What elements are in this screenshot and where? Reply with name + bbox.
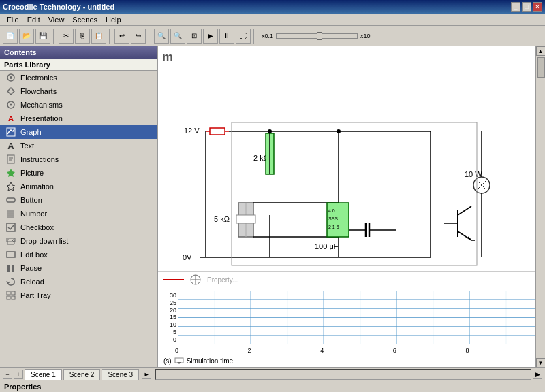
- sidebar-item-label: Instructions: [20, 155, 59, 163]
- scene-scrollbar[interactable]: [155, 369, 531, 380]
- sidebar-item-mechanisms[interactable]: Mechanisms: [0, 98, 157, 112]
- menu-help[interactable]: Help: [102, 14, 125, 25]
- properties-label: Properties: [4, 382, 41, 391]
- sidebar-item-animation[interactable]: Animation: [0, 180, 157, 193]
- reload-icon: [5, 276, 16, 287]
- scroll-up-button[interactable]: ▲: [536, 46, 546, 56]
- y-label-10: 10: [162, 321, 176, 328]
- scene-prev-button[interactable]: −: [3, 370, 12, 379]
- editbox-icon: [5, 249, 16, 260]
- x-axis-unit: (s): [164, 357, 172, 365]
- x-axis-title: Simulation time: [187, 357, 233, 365]
- pause-icon: [5, 263, 16, 274]
- text-icon: A: [5, 140, 16, 151]
- svg-marker-11: [7, 182, 15, 191]
- svg-rect-17: [7, 223, 15, 231]
- sidebar-item-label: Flowcharts: [20, 87, 57, 95]
- scene-add-button[interactable]: +: [14, 370, 23, 379]
- sidebar-item-reload[interactable]: Reload: [0, 275, 157, 289]
- x-label-0: 0: [175, 347, 178, 354]
- dropdown-icon: [5, 235, 16, 246]
- sidebar-item-graph[interactable]: Graph: [0, 125, 157, 139]
- menu-file[interactable]: File: [3, 14, 23, 25]
- legend-line: [164, 275, 184, 284]
- presentation-icon: A: [5, 113, 16, 124]
- vertical-scrollbar[interactable]: ▲ ▼: [535, 46, 545, 368]
- undo-button[interactable]: ↩: [114, 29, 129, 44]
- sidebar-item-flowcharts[interactable]: Flowcharts: [0, 84, 157, 98]
- button-icon: [5, 195, 16, 206]
- sidebar-item-pause[interactable]: Pause: [0, 261, 157, 275]
- close-button[interactable]: ×: [533, 2, 542, 12]
- scene-tab-1[interactable]: Scene 1: [25, 369, 62, 380]
- dropdown-icon-graph[interactable]: [174, 356, 184, 365]
- scene-tab-3[interactable]: Scene 3: [102, 369, 139, 380]
- parts-library-header: Parts Library: [0, 59, 157, 71]
- svg-line-65: [458, 206, 471, 215]
- sidebar-item-button[interactable]: Button: [0, 193, 157, 207]
- graph-plot: 30 25 20 15 10 5 0: [158, 288, 545, 347]
- svg-text:SSS: SSS: [328, 216, 338, 221]
- redo-button[interactable]: ↪: [131, 29, 146, 44]
- crosshair-icon: [189, 274, 202, 286]
- scroll-down-button[interactable]: ▼: [536, 358, 546, 368]
- graph-grid-container[interactable]: [178, 291, 542, 344]
- sidebar-item-number[interactable]: Number: [0, 207, 157, 220]
- x-label-8: 8: [465, 347, 469, 354]
- y-label-30: 30: [162, 292, 176, 299]
- maximize-button[interactable]: □: [522, 2, 531, 12]
- menu-scenes[interactable]: Scenes: [68, 14, 102, 25]
- pause-button[interactable]: ⏸: [219, 29, 234, 44]
- menu-edit[interactable]: Edit: [23, 14, 44, 25]
- scene-tab-2[interactable]: Scene 2: [63, 369, 101, 380]
- speed-thumb[interactable]: [317, 32, 322, 40]
- sidebar-item-picture[interactable]: Picture: [0, 166, 157, 180]
- save-button[interactable]: 💾: [35, 29, 50, 44]
- scene-next-button[interactable]: ►: [142, 370, 151, 379]
- cut-button[interactable]: ✂: [59, 29, 74, 44]
- sidebar-item-presentation[interactable]: A Presentation: [0, 112, 157, 125]
- parttray-icon: [5, 290, 16, 301]
- picture-icon: [5, 167, 16, 178]
- svg-point-4: [10, 104, 12, 106]
- open-button[interactable]: 📂: [19, 29, 34, 44]
- svg-point-58: [337, 129, 341, 133]
- zoom-out-button[interactable]: 🔍: [170, 29, 185, 44]
- y-label-20: 20: [162, 307, 176, 314]
- sidebar-item-checkbox[interactable]: Checkbox: [0, 220, 157, 234]
- play-button[interactable]: ▶: [203, 29, 218, 44]
- scene-scroll-right[interactable]: ▶: [533, 370, 542, 379]
- canvas-area[interactable]: m 12 V 2 kΩ 5 kΩ: [158, 46, 545, 368]
- sidebar-item-instructions[interactable]: Instructions: [0, 152, 157, 166]
- menubar: File Edit View Scenes Help: [0, 14, 545, 26]
- fullscreen-button[interactable]: ⛶: [236, 29, 251, 44]
- sidebar-item-label: Reload: [20, 278, 44, 286]
- svg-rect-19: [7, 252, 15, 257]
- y-label-0: 0: [162, 336, 176, 343]
- scroll-thumb[interactable]: [537, 57, 545, 78]
- sidebar-item-editbox[interactable]: Edit box: [0, 248, 157, 261]
- minimize-button[interactable]: _: [511, 2, 520, 12]
- svg-rect-20: [7, 265, 10, 272]
- sidebar-item-electronics[interactable]: Electronics: [0, 71, 157, 84]
- sidebar-item-text[interactable]: A Text: [0, 139, 157, 152]
- svg-marker-10: [7, 169, 15, 177]
- menu-view[interactable]: View: [44, 14, 69, 25]
- svg-text:5 kΩ: 5 kΩ: [214, 215, 230, 223]
- speed-slider-area: x0.1 x10: [262, 33, 371, 39]
- separator3: [149, 29, 151, 44]
- graph-area: Property... 30 25 20 15 10 5 0: [158, 271, 545, 368]
- sidebar-item-parttray[interactable]: Part Tray: [0, 289, 157, 302]
- new-button[interactable]: 📄: [3, 29, 18, 44]
- sidebar-item-label: Button: [20, 196, 42, 204]
- svg-text:100 μF: 100 μF: [315, 242, 339, 250]
- sidebar-item-dropdown[interactable]: Drop-down list: [0, 234, 157, 248]
- copy-button[interactable]: ⎘: [75, 29, 90, 44]
- zoom-in-button[interactable]: 🔍: [154, 29, 169, 44]
- speed-track[interactable]: [276, 33, 358, 39]
- fit-button[interactable]: ⊡: [187, 29, 202, 44]
- circuit-diagram: 12 V 2 kΩ 5 kΩ: [158, 46, 545, 271]
- animation-icon: [5, 181, 16, 192]
- paste-button[interactable]: 📋: [91, 29, 106, 44]
- flowcharts-icon: [5, 86, 16, 97]
